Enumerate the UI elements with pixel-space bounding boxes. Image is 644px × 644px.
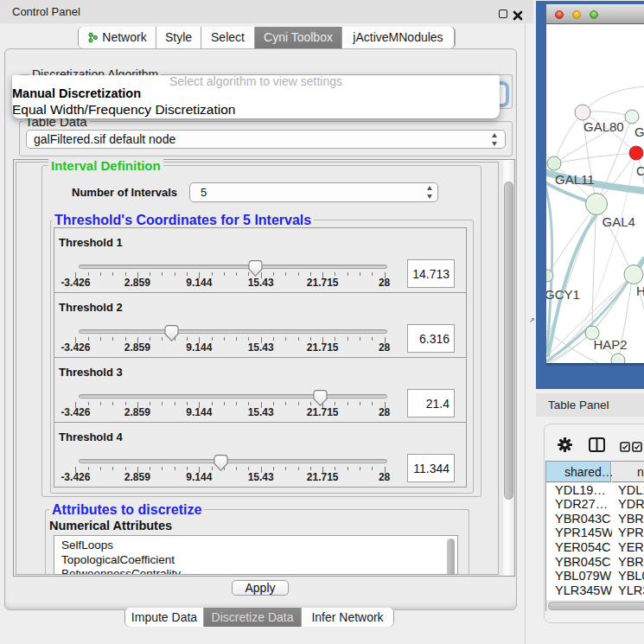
svg-text:GCY1: GCY1 <box>546 287 580 302</box>
svg-text:GAL80: GAL80 <box>583 119 624 134</box>
svg-text:HAP2: HAP2 <box>594 337 628 352</box>
svg-text:C: C <box>636 163 644 178</box>
svg-text:H: H <box>636 284 644 298</box>
svg-text:GAL4: GAL4 <box>603 214 635 229</box>
svg-text:GA: GA <box>634 124 644 139</box>
svg-text:GAL11: GAL11 <box>555 172 595 187</box>
